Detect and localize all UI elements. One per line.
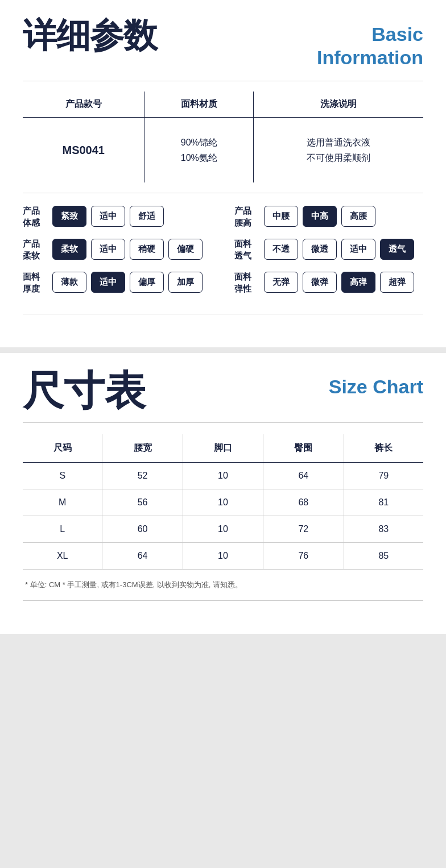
tag-houliang-shizhong[interactable]: 适中 [91,272,125,293]
attr-label-rourou: 产品柔软 [23,238,52,261]
hip-m: 68 [263,489,344,516]
tag-wutan[interactable]: 无弹 [264,272,298,293]
size-col-header-size: 尺码 [23,434,102,463]
size-row-s: S 52 10 64 79 [23,462,423,489]
hem-l: 10 [183,516,263,542]
attr-row-houliang: 面料厚度 薄款 适中 偏厚 加厚 [23,271,212,294]
attr-label-yaogao: 产品腰高 [234,205,264,229]
size-col-header-waist: 腰宽 [102,434,183,463]
tags-yaogao: 中腰 中高 高腰 [264,206,375,227]
attributes-section: 产品体感 紧致 适中 舒适 产品柔软 柔软 适中 稍硬 偏硬 [23,205,423,304]
attr-label-touqi: 面料透气 [234,238,264,261]
hip-s: 64 [263,462,344,489]
bottom-divider1 [23,314,423,314]
basic-info-section: 详细参数 BasicInformation 产品款号 面料材质 洗涤说明 MS0… [0,0,446,347]
size-note: * 单位: CM * 手工测量, 或有1-3CM误差, 以收到实物为准, 请知悉… [23,580,423,590]
size-table: 尺码 腰宽 脚口 臀围 裤长 S 52 10 64 79 M 56 10 68 … [23,434,423,570]
tags-tigan: 紧致 适中 舒适 [52,206,164,227]
tags-houliang: 薄款 适中 偏厚 加厚 [52,272,203,293]
size-m: M [23,489,102,516]
tag-tigan-shizhong[interactable]: 适中 [91,206,125,227]
tag-touqi[interactable]: 透气 [380,239,414,260]
tag-rourou[interactable]: 柔软 [52,239,86,260]
tag-zhongyao[interactable]: 中腰 [264,206,298,227]
attr-label-tanxing: 面料弹性 [234,271,264,294]
size-xl: XL [23,542,102,569]
size-col-header-length: 裤长 [344,434,423,463]
tag-shushi[interactable]: 舒适 [130,206,164,227]
attr-col-right: 产品腰高 中腰 中高 高腰 面料透气 不透 微透 适中 透气 [223,205,423,304]
tag-shaoyng[interactable]: 稍硬 [130,239,164,260]
header-divider [23,81,423,81]
attr-row-touqi: 面料透气 不透 微透 适中 透气 [234,238,423,261]
col-header-care: 洗涤说明 [254,92,423,118]
size-chart-section: 尺寸表 Size Chart 尺码 腰宽 脚口 臀围 裤长 S 52 10 64… [0,353,446,634]
size-col-header-hem: 脚口 [183,434,263,463]
tag-weitan[interactable]: 微弹 [303,272,337,293]
section2-subtitle: Size Chart [329,370,423,398]
attr-row-tiganzhi: 产品体感 紧致 适中 舒适 [23,205,212,229]
waist-s: 52 [102,462,183,489]
waist-m: 56 [102,489,183,516]
size-row-xl: XL 64 10 76 85 [23,542,423,569]
size-row-l: L 60 10 72 83 [23,516,423,542]
hip-l: 72 [263,516,344,542]
attr-row-rourou: 产品柔软 柔软 适中 稍硬 偏硬 [23,238,212,261]
bottom-divider2 [23,600,423,601]
size-s: S [23,462,102,489]
tag-butou[interactable]: 不透 [264,239,298,260]
tags-touqi: 不透 微透 适中 透气 [264,239,414,260]
attr-col-left: 产品体感 紧致 适中 舒适 产品柔软 柔软 适中 稍硬 偏硬 [23,205,223,304]
attr-row-yaogao: 产品腰高 中腰 中高 高腰 [234,205,423,229]
section1-subtitle: BasicInformation [317,17,423,69]
care-cell: 选用普通洗衣液不可使用柔顺剂 [254,117,423,182]
size-l: L [23,516,102,542]
tag-jinzhi[interactable]: 紧致 [52,206,86,227]
basic-info-table: 产品款号 面料材质 洗涤说明 MS0041 90%锦纶10%氨纶 选用普通洗衣液… [23,92,423,182]
size-row-m: M 56 10 68 81 [23,489,423,516]
tag-weitou[interactable]: 微透 [303,239,337,260]
attr-columns: 产品体感 紧致 适中 舒适 产品柔软 柔软 适中 稍硬 偏硬 [23,205,423,304]
tags-tanxing: 无弹 微弹 高弹 超弹 [264,272,414,293]
tag-gaotan[interactable]: 高弹 [341,272,375,293]
length-m: 81 [344,489,423,516]
waist-xl: 64 [102,542,183,569]
tags-rourou: 柔软 适中 稍硬 偏硬 [52,239,203,260]
tag-touqi-shizhong[interactable]: 适中 [341,239,375,260]
table-divider [23,193,423,193]
attr-row-tanxing: 面料弹性 无弹 微弹 高弹 超弹 [234,271,423,294]
tag-pianhou[interactable]: 偏厚 [130,272,164,293]
length-l: 83 [344,516,423,542]
length-s: 79 [344,462,423,489]
waist-l: 60 [102,516,183,542]
section1-main-title: 详细参数 [23,17,157,55]
hip-xl: 76 [263,542,344,569]
section2-main-title: 尺寸表 [23,370,146,411]
section2-header: 尺寸表 Size Chart [23,370,423,411]
material-cell: 90%锦纶10%氨纶 [144,117,254,182]
tag-jiouhou[interactable]: 加厚 [168,272,203,293]
section1-header: 详细参数 BasicInformation [23,17,423,69]
hem-xl: 10 [183,542,263,569]
attr-label-houliang: 面料厚度 [23,271,52,294]
tag-pianyng[interactable]: 偏硬 [168,239,203,260]
size-col-header-hip: 臀围 [263,434,344,463]
hem-m: 10 [183,489,263,516]
tag-zhonggao[interactable]: 中高 [303,206,337,227]
product-code: MS0041 [23,117,144,182]
attr-label-tigan: 产品体感 [23,205,52,229]
length-xl: 85 [344,542,423,569]
size-header-divider [23,422,423,423]
tag-gaoyao[interactable]: 高腰 [341,206,375,227]
tag-chaotan[interactable]: 超弹 [380,272,414,293]
col-header-code: 产品款号 [23,92,144,118]
col-header-material: 面料材质 [144,92,254,118]
tag-rourou-shizhong[interactable]: 适中 [91,239,125,260]
tag-baoquan[interactable]: 薄款 [52,272,86,293]
hem-s: 10 [183,462,263,489]
